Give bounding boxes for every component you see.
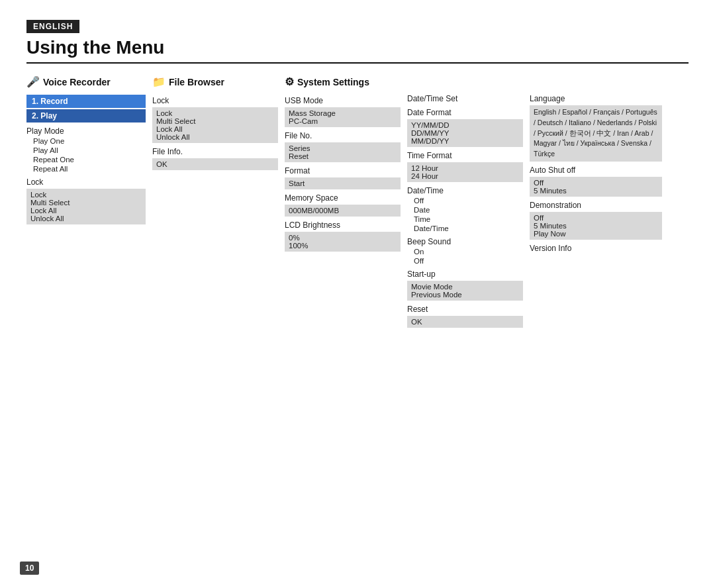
usb-mode-section: USB Mode Mass Storage PC-Cam	[285, 95, 401, 127]
demo-5min[interactable]: 5 Minutes	[534, 222, 658, 230]
dd-mm-yy[interactable]: DD/MM/YY	[411, 129, 519, 137]
mass-storage-item[interactable]: Mass Storage	[289, 109, 397, 117]
file-lockall-item[interactable]: Lock All	[156, 125, 274, 133]
time-format-label: Time Format	[407, 150, 523, 161]
previous-mode[interactable]: Previous Mode	[411, 291, 519, 299]
demonstration-section: Demonstration Off 5 Minutes Play Now	[530, 199, 662, 240]
play-one[interactable]: Play One	[26, 136, 146, 146]
lcd-brightness-box: 0% 100%	[285, 232, 401, 252]
file-no-box: Series Reset	[285, 142, 401, 162]
lock-item-unlockall[interactable]: Unlock All	[30, 215, 142, 222]
lang-badge: ENGLISH	[26, 20, 79, 33]
beep-sound-section: Beep Sound On Off	[407, 236, 523, 266]
file-no-section: File No. Series Reset	[285, 130, 401, 162]
yy-mm-dd[interactable]: YY/MM/DD	[411, 121, 519, 129]
file-info-ok[interactable]: OK	[152, 158, 278, 170]
time-format-section: Time Format 12 Hour 24 Hour	[407, 150, 523, 182]
nav-record[interactable]: 1. Record	[26, 95, 146, 108]
datetime-label: Date/Time	[407, 185, 523, 196]
brightness-0[interactable]: 0%	[289, 234, 397, 242]
lock-box-voice: Lock Multi Select Lock All Unlock All	[26, 189, 146, 224]
lcd-brightness-section: LCD Brightness 0% 100%	[285, 219, 401, 252]
gear-icon: ⚙	[285, 75, 294, 88]
columns-row: 🎤 Voice Recorder 1. Record 2. Play Play …	[26, 75, 689, 330]
beep-sound-label: Beep Sound	[407, 236, 523, 247]
auto-shutoff-section: Auto Shut off Off 5 Minutes	[530, 164, 662, 197]
reset-label: Reset	[407, 303, 523, 315]
language-label: Language	[530, 93, 662, 104]
series-item[interactable]: Series	[289, 144, 397, 152]
file-browser-header: 📁 File Browser	[152, 75, 278, 88]
mm-dd-yy[interactable]: MM/DD/YY	[411, 137, 519, 145]
beep-off[interactable]: Off	[407, 256, 523, 266]
startup-label: Start-up	[407, 268, 523, 279]
voice-recorder-header: 🎤 Voice Recorder	[26, 75, 146, 88]
demonstration-box: Off 5 Minutes Play Now	[530, 212, 662, 240]
nav-play[interactable]: 2. Play	[26, 109, 146, 122]
12-hour[interactable]: 12 Hour	[411, 164, 519, 172]
startup-box: Movie Mode Previous Mode	[407, 281, 523, 301]
reset-section: Reset OK	[407, 303, 523, 328]
file-multiselect-item[interactable]: Multi Select	[156, 117, 274, 125]
version-info-section: Version Info	[530, 242, 662, 254]
datetime-column: Date/Time Set Date Format YY/MM/DD DD/MM…	[407, 75, 530, 330]
usb-mode-label: USB Mode	[285, 95, 401, 106]
file-info-section: File Info. OK	[152, 146, 278, 170]
date-format-section: Date Format YY/MM/DD DD/MM/YY MM/DD/YY	[407, 107, 523, 147]
memory-space-section: Memory Space 000MB/000MB	[285, 192, 401, 217]
file-unlockall-item[interactable]: Unlock All	[156, 133, 274, 141]
language-box: English / Español / Français / Português…	[530, 105, 662, 162]
beep-on[interactable]: On	[407, 247, 523, 256]
play-all[interactable]: Play All	[26, 146, 146, 155]
language-column: Language English / Español / Français / …	[530, 75, 669, 256]
datetime-set-label: Date/Time Set	[407, 93, 523, 104]
lock-label-file: Lock	[152, 95, 278, 106]
pc-cam-item[interactable]: PC-Cam	[289, 117, 397, 125]
datetime-datetime[interactable]: Date/Time	[407, 224, 523, 233]
system-settings-header: ⚙ System Settings	[285, 75, 401, 88]
memory-space-box: 000MB/000MB	[285, 205, 401, 217]
date-format-label: Date Format	[407, 107, 523, 118]
movie-mode[interactable]: Movie Mode	[411, 283, 519, 291]
format-section: Format Start	[285, 165, 401, 189]
lock-section-file: Lock Lock Multi Select Lock All Unlock A…	[152, 95, 278, 143]
lock-box-file: Lock Multi Select Lock All Unlock All	[152, 107, 278, 143]
auto-shutoff-label: Auto Shut off	[530, 164, 662, 175]
version-info-label: Version Info	[530, 242, 662, 254]
folder-icon: 📁	[152, 75, 166, 88]
lock-item-lock[interactable]: Lock	[30, 191, 142, 199]
startup-section: Start-up Movie Mode Previous Mode	[407, 268, 523, 301]
file-no-label: File No.	[285, 130, 401, 141]
repeat-all[interactable]: Repeat All	[26, 164, 146, 173]
reset-item[interactable]: Reset	[289, 152, 397, 160]
repeat-one[interactable]: Repeat One	[26, 155, 146, 164]
datetime-time[interactable]: Time	[407, 215, 523, 224]
lock-item-multiselect[interactable]: Multi Select	[30, 199, 142, 207]
24-hour[interactable]: 24 Hour	[411, 172, 519, 180]
memory-space-label: Memory Space	[285, 192, 401, 203]
time-format-box: 12 Hour 24 Hour	[407, 162, 523, 182]
datetime-set-section: Date/Time Set	[407, 93, 523, 104]
usb-mode-box: Mass Storage PC-Cam	[285, 107, 401, 127]
microphone-icon: 🎤	[26, 75, 40, 88]
datetime-off[interactable]: Off	[407, 196, 523, 205]
datetime-section: Date/Time Off Date Time Date/Time	[407, 185, 523, 233]
play-mode-section: Play Mode Play One Play All Repeat One R…	[26, 125, 146, 173]
shutoff-off[interactable]: Off	[534, 179, 658, 187]
file-info-label: File Info.	[152, 146, 278, 157]
shutoff-5min[interactable]: 5 Minutes	[534, 187, 658, 195]
voice-recorder-column: 🎤 Voice Recorder 1. Record 2. Play Play …	[26, 75, 152, 227]
demonstration-label: Demonstration	[530, 199, 662, 211]
lock-item-lockall[interactable]: Lock All	[30, 207, 142, 215]
date-format-box: YY/MM/DD DD/MM/YY MM/DD/YY	[407, 119, 523, 147]
file-lock-item[interactable]: Lock	[156, 109, 274, 117]
file-browser-column: 📁 File Browser Lock Lock Multi Select Lo…	[152, 75, 285, 173]
demo-off[interactable]: Off	[534, 214, 658, 222]
format-start-box[interactable]: Start	[285, 177, 401, 189]
play-mode-label: Play Mode	[26, 125, 146, 136]
reset-ok-box[interactable]: OK	[407, 316, 523, 328]
lcd-brightness-label: LCD Brightness	[285, 219, 401, 230]
brightness-100[interactable]: 100%	[289, 242, 397, 250]
demo-playnow[interactable]: Play Now	[534, 230, 658, 238]
datetime-date[interactable]: Date	[407, 205, 523, 215]
